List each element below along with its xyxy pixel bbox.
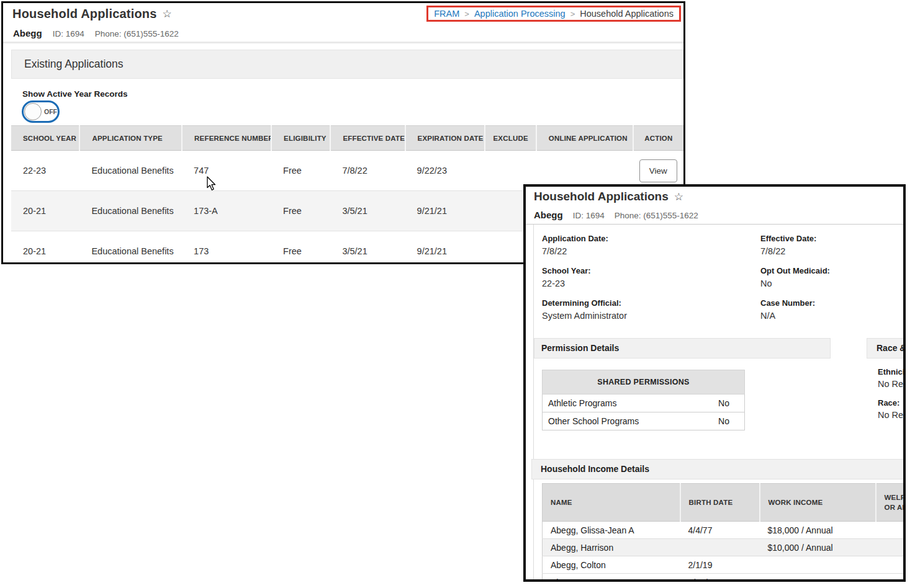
col-application-type: APPLICATION TYPE xyxy=(79,126,182,151)
race-value: No Response xyxy=(878,410,906,420)
person-name: Abegg xyxy=(534,210,563,220)
cell-work-income: $18,000 / Annual xyxy=(760,522,876,539)
page-title: Household Applications xyxy=(12,7,157,21)
col-effective-date: EFFECTIVE DATE xyxy=(330,126,405,151)
main-header: Household Applications ☆ Abegg ID: 1694 … xyxy=(3,3,683,43)
cell-application-type: Educational Benefits xyxy=(79,231,182,265)
detail-header: Household Applications ☆ Abegg ID: 1694 … xyxy=(526,187,903,225)
cell-eligibility: Free xyxy=(271,231,330,265)
table-row: Other School Programs No xyxy=(543,412,745,430)
person-id: ID: 1694 xyxy=(53,29,84,38)
field-effective-date: Effective Date: 7/8/22 xyxy=(760,234,906,256)
cell-birth-date: 4/4/77 xyxy=(680,522,760,539)
field-determining-official: Determining Official: System Administrat… xyxy=(542,298,760,321)
breadcrumb: FRAM > Application Processing > Househol… xyxy=(426,6,681,22)
cell-birth-date: 2/1/19 xyxy=(680,556,760,574)
breadcrumb-link-fram[interactable]: FRAM xyxy=(434,9,459,19)
mouse-cursor-icon xyxy=(207,176,217,192)
cell-work-income xyxy=(760,574,876,582)
permission-details-header: Permission Details xyxy=(534,338,831,359)
race-ethnicity-fields: Ethnicity: No Response Race: No Response xyxy=(878,367,906,420)
household-income-details-header: Household Income Details xyxy=(531,459,904,479)
toggle-state-label: OFF xyxy=(44,102,57,121)
ethnicity-value: No Response xyxy=(878,379,906,389)
detail-title-row: Household Applications ☆ xyxy=(534,190,683,203)
shared-permissions-table: SHARED PERMISSIONS Athletic Programs No … xyxy=(542,370,745,430)
col-action: ACTION xyxy=(633,126,683,151)
person-phone: Phone: (651)555-1622 xyxy=(95,29,179,38)
income-table-header-row: NAME BIRTH DATE WORK INCOME WELFARE,OR A… xyxy=(543,484,906,522)
cell-application-type: Educational Benefits xyxy=(79,151,182,191)
cell-name: Abegg, Glissa-Jean A xyxy=(543,522,680,539)
breadcrumb-current: Household Applications xyxy=(580,9,674,19)
col-exclude: EXCLUDE xyxy=(485,126,536,151)
show-active-year-toggle[interactable]: OFF xyxy=(22,100,60,123)
permission-value: No xyxy=(692,412,745,430)
race-ethnicity-header: Race & Ethnicity xyxy=(867,338,906,359)
table-row: Abegg, Glissa-Jean A 4/4/77 $18,000 / An… xyxy=(543,522,906,539)
cell-reference-number: 173-A xyxy=(182,191,271,231)
main-title-row: Household Applications ☆ xyxy=(12,7,172,21)
person-name: Abegg xyxy=(13,28,42,38)
cell-effective-date: 7/8/22 xyxy=(330,151,405,191)
person-id: ID: 1694 xyxy=(573,211,605,220)
cell-expiration-date: 9/21/21 xyxy=(405,191,485,231)
cell-name: Abegg, Ryo W xyxy=(543,574,680,582)
col-online-application: ONLINE APPLICATION xyxy=(536,126,633,151)
cell-birth-date: 2/27/02 xyxy=(680,574,760,582)
permission-label: Athletic Programs xyxy=(543,394,692,412)
view-button[interactable]: View xyxy=(639,159,677,182)
cell-welfare xyxy=(876,556,906,574)
cell-school-year: 20-21 xyxy=(11,191,79,231)
race-label: Race: xyxy=(878,398,906,408)
cell-reference-number: 747 xyxy=(182,151,271,191)
cell-effective-date: 3/5/21 xyxy=(330,231,405,265)
household-income-table: NAME BIRTH DATE WORK INCOME WELFARE,OR A… xyxy=(542,483,906,582)
cell-effective-date: 3/5/21 xyxy=(330,191,405,231)
col-birth-date: BIRTH DATE xyxy=(680,484,760,522)
cell-school-year: 20-21 xyxy=(11,231,79,265)
favorite-star-icon[interactable]: ☆ xyxy=(674,192,683,202)
application-detail-window: Household Applications ☆ Abegg ID: 1694 … xyxy=(523,184,906,582)
permission-label: Other School Programs xyxy=(543,412,692,430)
table-row: Abegg, Harrison $10,000 / Annual xyxy=(543,539,906,556)
col-reference-number: REFERENCE NUMBER xyxy=(182,126,271,151)
cell-application-type: Educational Benefits xyxy=(79,191,182,231)
cell-name: Abegg, Harrison xyxy=(543,539,680,556)
person-summary: Abegg ID: 1694 Phone: (651)555-1622 xyxy=(534,210,698,220)
favorite-star-icon[interactable]: ☆ xyxy=(163,9,172,19)
breadcrumb-link-application-processing[interactable]: Application Processing xyxy=(474,9,566,19)
cell-eligibility: Free xyxy=(271,151,330,191)
col-eligibility: ELIGIBILITY xyxy=(271,126,330,151)
cell-welfare xyxy=(876,574,906,582)
cell-eligibility: Free xyxy=(271,191,330,231)
cell-welfare xyxy=(876,539,906,556)
cell-expiration-date: 9/22/23 xyxy=(405,151,485,191)
field-school-year: School Year: 22-23 xyxy=(542,266,760,288)
table-row: Abegg, Ryo W 2/27/02 xyxy=(543,574,906,582)
detail-title: Household Applications xyxy=(534,190,669,203)
person-summary: Abegg ID: 1694 Phone: (651)555-1622 xyxy=(13,28,179,38)
chevron-right-icon: > xyxy=(464,9,469,19)
col-welfare-or-alimony: WELFARE,OR ALIMONY xyxy=(876,484,906,522)
cell-birth-date xyxy=(680,539,760,556)
applications-table-header-row: SCHOOL YEAR APPLICATION TYPE REFERENCE N… xyxy=(11,126,683,151)
permission-value: No xyxy=(692,394,745,412)
field-opt-out-medicaid: Opt Out Medicaid: No xyxy=(760,266,906,288)
cell-expiration-date: 9/21/21 xyxy=(405,231,485,265)
shared-permissions-header: SHARED PERMISSIONS xyxy=(543,370,745,394)
field-case-number: Case Number: N/A xyxy=(760,298,906,321)
person-phone: Phone: (651)555-1622 xyxy=(615,211,698,220)
ethnicity-label: Ethnicity: xyxy=(878,367,906,376)
table-row: Athletic Programs No xyxy=(543,394,745,412)
col-school-year: SCHOOL YEAR xyxy=(11,126,79,151)
chevron-right-icon: > xyxy=(570,9,575,19)
field-application-date: Application Date: 7/8/22 xyxy=(542,234,760,256)
content-left-border xyxy=(533,225,534,579)
cell-welfare xyxy=(876,522,906,539)
table-row: Abegg, Colton 2/1/19 xyxy=(543,556,906,574)
col-name: NAME xyxy=(543,484,680,522)
cell-reference-number: 173 xyxy=(182,231,271,265)
cell-school-year: 22-23 xyxy=(11,151,79,191)
toggle-knob xyxy=(24,103,42,120)
